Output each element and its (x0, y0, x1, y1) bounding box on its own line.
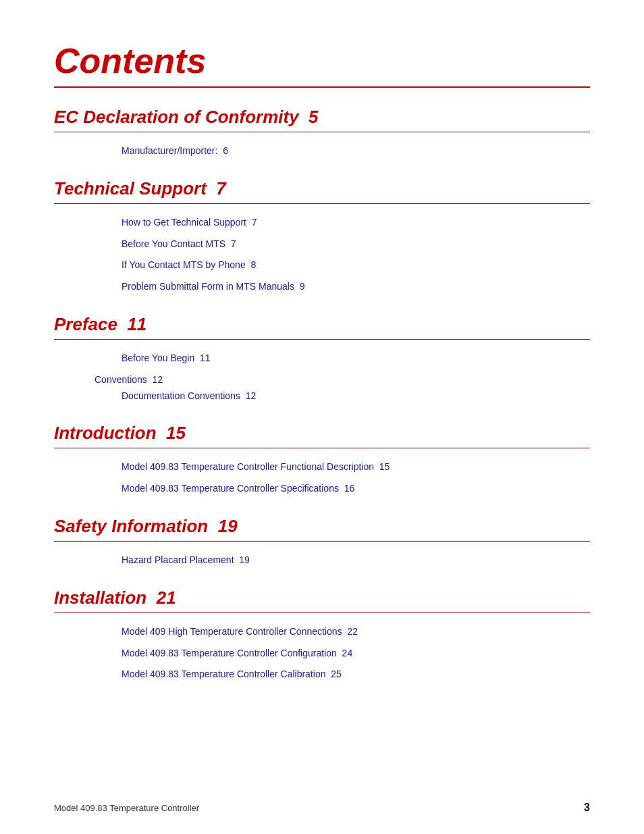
toc-entry[interactable]: Model 409.83 Temperature Controller Conf… (54, 646, 590, 662)
toc-entry[interactable]: Manufacturer/Importer: 6 (54, 143, 590, 159)
toc-entry[interactable]: Before You Contact MTS 7 (54, 236, 590, 253)
toc-entry[interactable]: Conventions 12 (54, 372, 590, 388)
toc-entry[interactable]: Before You Begin 11 (54, 350, 590, 367)
toc-entry[interactable]: Model 409 High Temperature Controller Co… (54, 624, 590, 640)
section-technical-support: Technical Support 7How to Get Technical … (54, 178, 590, 295)
section-rule-safety-information (54, 541, 590, 542)
section-heading-introduction: Introduction 15 (54, 423, 590, 444)
section-heading-ec-declaration: EC Declaration of Conformity 5 (54, 107, 590, 128)
page-title: Contents (54, 41, 590, 81)
page-footer: Model 409.83 Temperature Controller 3 (54, 802, 590, 814)
section-safety-information: Safety Information 19Hazard Placard Plac… (54, 516, 590, 569)
toc-entry[interactable]: Hazard Placard Placement 19 (54, 552, 590, 569)
toc-entry[interactable]: Model 409.83 Temperature Controller Spec… (54, 481, 590, 497)
section-ec-declaration: EC Declaration of Conformity 5Manufactur… (54, 107, 590, 159)
section-heading-technical-support: Technical Support 7 (54, 178, 590, 199)
section-introduction: Introduction 15Model 409.83 Temperature … (54, 423, 590, 497)
section-heading-preface: Preface 11 (54, 314, 590, 335)
toc-entry[interactable]: Model 409.83 Temperature Controller Cali… (54, 667, 590, 683)
toc-sections: EC Declaration of Conformity 5Manufactur… (54, 107, 590, 683)
section-installation: Installation 21Model 409 High Temperatur… (54, 588, 590, 683)
section-rule-ec-declaration (54, 132, 590, 132)
section-heading-safety-information: Safety Information 19 (54, 516, 590, 537)
toc-entry[interactable]: If You Contact MTS by Phone 8 (54, 257, 590, 273)
toc-entry[interactable]: Documentation Conventions 12 (54, 388, 590, 405)
section-rule-preface (54, 339, 590, 340)
toc-entry[interactable]: Model 409.83 Temperature Controller Func… (54, 459, 590, 475)
section-rule-technical-support (54, 203, 590, 204)
section-rule-installation (54, 613, 590, 613)
title-divider (54, 86, 590, 88)
section-heading-installation: Installation 21 (54, 588, 590, 608)
toc-entry[interactable]: Problem Submittal Form in MTS Manuals 9 (54, 279, 590, 295)
toc-entry[interactable]: How to Get Technical Support 7 (54, 215, 590, 231)
page-container: Contents EC Declaration of Conformity 5M… (0, 0, 644, 756)
section-preface: Preface 11Before You Begin 11Conventions… (54, 314, 590, 404)
footer-page-number: 3 (584, 802, 590, 814)
footer-left: Model 409.83 Temperature Controller (54, 803, 199, 813)
section-rule-introduction (54, 448, 590, 448)
